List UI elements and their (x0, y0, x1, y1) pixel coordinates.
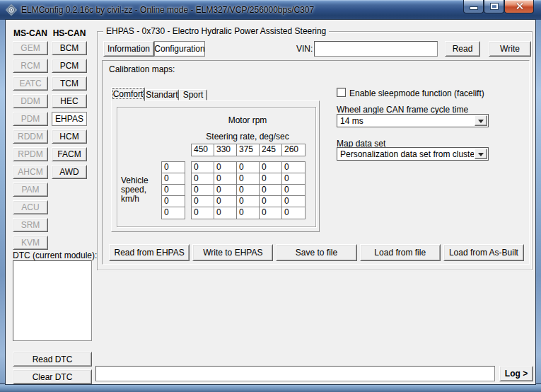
window-title: ELMConfig 0.2.16c by civil-zz - Online m… (21, 5, 314, 15)
row-header-cell[interactable]: 0 (162, 196, 185, 207)
module-button-kvm[interactable]: KVM (13, 236, 48, 250)
sleepmode-checkbox-label: Enable sleepmode function (facelift) (349, 88, 484, 98)
write-to-ehpas-button[interactable]: Write to EHPAS (192, 244, 273, 261)
module-button-rddm[interactable]: RDDM (13, 129, 48, 144)
map-cell[interactable]: 0 (214, 196, 237, 207)
load-from-asbuilt-button[interactable]: Load from As-Built (443, 244, 524, 261)
map-cell[interactable]: 0 (214, 173, 237, 185)
sleepmode-checkbox[interactable] (337, 88, 346, 97)
vin-read-button[interactable]: Read (445, 41, 480, 57)
map-cell[interactable]: 0 (237, 196, 260, 207)
row-header-cell[interactable]: 0 (162, 173, 185, 185)
calibration-grid: 0 0 0 0 0 0 0 0 0 0 0 0 0 0 0 (191, 161, 306, 219)
read-from-ehpas-button[interactable]: Read from EHPAS (109, 244, 190, 261)
ehpas-groupbox: EHPAS - 0x730 - Electro Hydralic Power A… (97, 31, 533, 270)
wheel-angle-select[interactable]: 14 ms (337, 114, 489, 127)
map-cell[interactable]: 0 (260, 196, 282, 207)
map-cell[interactable]: 0 (237, 173, 260, 185)
map-tab-sport[interactable]: Sport (179, 89, 207, 100)
log-input[interactable] (95, 366, 495, 381)
wheel-angle-dropdown-button[interactable] (475, 115, 487, 126)
map-cell[interactable]: 0 (282, 185, 305, 196)
load-from-file-button[interactable]: Load from file (360, 244, 441, 261)
module-button-rcm[interactable]: RCM (13, 59, 48, 73)
row-header-cell[interactable]: 0 (162, 185, 185, 196)
map-cell[interactable]: 0 (237, 185, 260, 196)
map-cell[interactable]: 0 (214, 207, 237, 219)
map-cell[interactable]: 0 (260, 173, 282, 185)
vin-input[interactable] (314, 41, 438, 57)
map-data-set-select[interactable]: Personalization data set from cluster (337, 147, 489, 161)
tab-information[interactable]: Information (103, 41, 154, 57)
map-cell[interactable]: 0 (192, 196, 214, 207)
ms-can-label: MS-CAN (13, 28, 48, 38)
map-cell[interactable]: 0 (282, 162, 305, 173)
tab-configuration[interactable]: Configuration (154, 41, 205, 57)
module-button-eatc[interactable]: EATC (13, 76, 48, 91)
column-header-cell[interactable]: 245 (260, 144, 282, 156)
module-button-pcm[interactable]: PCM (52, 59, 87, 73)
module-button-ddm[interactable]: DDM (13, 94, 48, 108)
minimize-icon (470, 6, 478, 10)
row-header-cell[interactable]: 0 (162, 162, 185, 173)
module-button-ahcm[interactable]: AHCM (13, 165, 48, 179)
column-header-cell[interactable]: 375 (237, 144, 260, 156)
map-cell[interactable]: 0 (282, 207, 305, 219)
map-cell[interactable]: 0 (260, 185, 282, 196)
map-tab-page: Motor rpm Steering rate, deg/sec 450 330… (111, 100, 320, 232)
module-button-gem[interactable]: GEM (13, 41, 48, 55)
module-button-facm[interactable]: FACM (52, 147, 87, 161)
map-cell[interactable]: 0 (192, 207, 214, 219)
wheel-angle-selected-value: 14 ms (340, 116, 474, 126)
map-data-set-dropdown-button[interactable] (475, 149, 487, 159)
read-dtc-button[interactable]: Read DTC (13, 352, 92, 367)
map-cell[interactable]: 0 (260, 207, 282, 219)
app-window: ELMConfig 0.2.16c by civil-zz - Online m… (0, 0, 541, 392)
map-tab-comfort[interactable]: Comfort (111, 87, 145, 101)
close-button[interactable] (504, 0, 534, 13)
module-button-awd[interactable]: AWD (52, 165, 87, 179)
map-cell[interactable]: 0 (192, 185, 214, 196)
map-cell[interactable]: 0 (192, 162, 214, 173)
minimize-button[interactable] (463, 0, 484, 13)
map-cell[interactable]: 0 (237, 162, 260, 173)
save-to-file-button[interactable]: Save to file (276, 244, 356, 261)
module-button-hec[interactable]: HEC (52, 94, 87, 108)
clear-dtc-button[interactable]: Clear DTC (13, 369, 92, 384)
app-icon (6, 4, 17, 16)
column-header-cell[interactable]: 450 (192, 144, 214, 156)
module-button-rpdm[interactable]: RPDM (13, 147, 48, 161)
map-cell[interactable]: 0 (192, 173, 214, 185)
column-header-cell[interactable]: 330 (214, 144, 237, 156)
module-button-pam[interactable]: PAM (13, 183, 48, 197)
titlebar: ELMConfig 0.2.16c by civil-zz - Online m… (0, 0, 541, 21)
map-cell[interactable]: 0 (282, 173, 305, 185)
map-cell[interactable]: 0 (282, 196, 305, 207)
map-tab-standart[interactable]: Standart (145, 89, 179, 100)
chevron-down-icon (478, 153, 484, 159)
vin-write-button[interactable]: Write (489, 41, 531, 57)
vin-label: VIN: (296, 44, 313, 54)
module-button-hcm[interactable]: HCM (52, 129, 87, 144)
module-button-tcm[interactable]: TCM (52, 76, 87, 91)
column-header-cell[interactable]: 260 (282, 144, 305, 156)
motor-rpm-title: Motor rpm (191, 115, 304, 125)
log-button[interactable]: Log > (499, 366, 533, 381)
module-button-srm[interactable]: SRM (13, 218, 48, 232)
map-cell[interactable]: 0 (237, 207, 260, 219)
module-button-bcm[interactable]: BCM (52, 41, 87, 55)
action-button-row: Read from EHPAS Write to EHPAS Save to f… (109, 244, 524, 261)
window-frame-bottom (0, 384, 541, 392)
steering-rate-title: Steering rate, deg/sec (177, 132, 318, 142)
calibration-maps-label: Calibration maps: (109, 64, 175, 74)
module-button-acu[interactable]: ACU (13, 200, 48, 214)
map-cell[interactable]: 0 (214, 185, 237, 196)
dtc-listbox[interactable] (13, 260, 92, 341)
module-button-pdm[interactable]: PDM (13, 112, 48, 126)
module-button-ehpas[interactable]: EHPAS (52, 112, 87, 126)
map-cell[interactable]: 0 (214, 162, 237, 173)
map-cell[interactable]: 0 (260, 162, 282, 173)
close-icon (516, 2, 523, 10)
maximize-button[interactable] (484, 0, 504, 13)
row-header-cell[interactable]: 0 (162, 207, 185, 219)
